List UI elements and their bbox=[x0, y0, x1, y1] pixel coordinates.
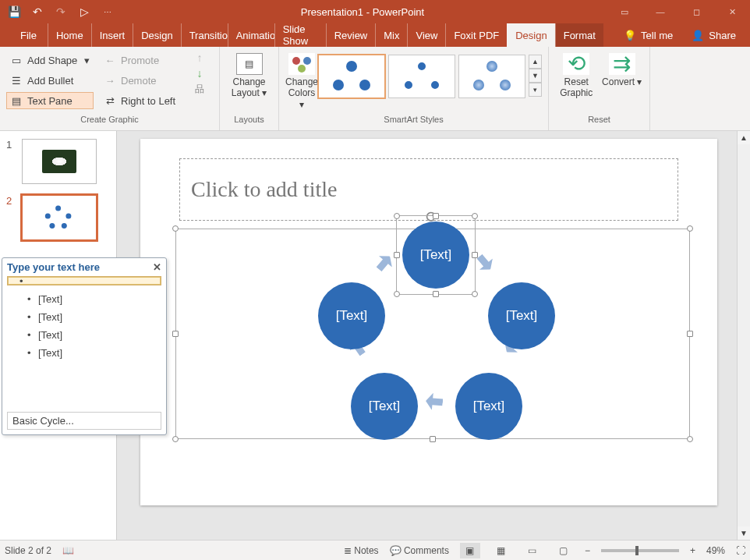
qat-customize[interactable]: ⋯ bbox=[97, 2, 119, 21]
group-label: Layouts bbox=[220, 115, 278, 130]
share-icon: 👤 bbox=[692, 30, 704, 41]
promote-button[interactable]: ←Promote bbox=[100, 51, 187, 69]
qat-undo[interactable]: ↶ bbox=[27, 2, 48, 21]
spellcheck-icon[interactable]: 📖 bbox=[62, 545, 74, 556]
zoom-slider[interactable] bbox=[601, 549, 679, 552]
tab-slideshow[interactable]: Slide Show bbox=[274, 23, 326, 47]
view-normal[interactable]: ▣ bbox=[460, 543, 480, 558]
tab-view[interactable]: View bbox=[407, 23, 445, 47]
cycle-arrow bbox=[373, 251, 397, 275]
layout-icon: ▤ bbox=[236, 53, 263, 75]
group-label: Create Graphic bbox=[0, 115, 219, 130]
tab-design[interactable]: Design bbox=[133, 23, 180, 47]
add-shape-button[interactable]: ▭Add Shape▾ bbox=[6, 51, 94, 69]
slide-number: 1 bbox=[6, 139, 16, 151]
move-down-button[interactable]: ↓ bbox=[197, 67, 203, 80]
cycle-node-4[interactable]: [Text] bbox=[351, 373, 418, 440]
text-pane-item[interactable]: [Text] bbox=[7, 344, 161, 362]
reset-icon: ⟲ bbox=[563, 53, 589, 75]
comments-button[interactable]: 💬 Comments bbox=[390, 545, 449, 556]
text-pane-item[interactable] bbox=[8, 277, 161, 285]
window-controls: ▭ — ◻ ✕ bbox=[607, 0, 750, 23]
tab-animations[interactable]: Animations bbox=[228, 23, 274, 47]
svg-point-0 bbox=[292, 57, 300, 65]
text-pane-item[interactable]: [Text] bbox=[7, 290, 161, 308]
promote-icon: ← bbox=[104, 54, 116, 66]
tab-home[interactable]: Home bbox=[48, 23, 91, 47]
style-thumb-2[interactable] bbox=[388, 55, 455, 98]
right-to-left-button[interactable]: ⇄Right to Left bbox=[100, 92, 187, 109]
tab-smartart-format[interactable]: Format bbox=[555, 23, 603, 47]
cycle-node-5[interactable]: [Text] bbox=[318, 282, 385, 349]
scroll-up[interactable]: ▲ bbox=[738, 131, 750, 144]
maximize-button[interactable]: ◻ bbox=[678, 0, 714, 23]
qat-redo[interactable]: ↷ bbox=[50, 2, 72, 21]
zoom-out[interactable]: − bbox=[585, 545, 590, 556]
colors-icon bbox=[288, 53, 315, 75]
gallery-more[interactable]: ▾ bbox=[529, 83, 542, 97]
smartart-text-pane[interactable]: Type your text here ✕ [Text] [Text] [Tex… bbox=[2, 257, 167, 435]
ribbon-options-icon[interactable]: ▭ bbox=[607, 0, 642, 23]
share-button[interactable]: 👤Share bbox=[684, 24, 744, 46]
smartart-graphic[interactable]: ⟳ [Text] [Text] [Text] [Text] [Text bbox=[175, 229, 690, 439]
tab-insert[interactable]: Insert bbox=[91, 23, 133, 47]
text-pane-item[interactable]: [Text] bbox=[7, 308, 161, 326]
window-title: Presentation1 - PowerPoint bbox=[119, 6, 607, 18]
reset-graphic-button[interactable]: ⟲ Reset Graphic bbox=[555, 51, 598, 115]
change-layout-button[interactable]: ▤ Change Layout ▾ bbox=[226, 51, 272, 115]
tab-mix[interactable]: Mix bbox=[375, 23, 407, 47]
tab-transitions[interactable]: Transitions bbox=[181, 23, 228, 47]
tell-me[interactable]: 💡Tell me bbox=[616, 24, 681, 46]
tab-smartart-design[interactable]: Design bbox=[507, 23, 554, 47]
group-layouts: ▤ Change Layout ▾ Layouts bbox=[220, 47, 279, 130]
demote-button[interactable]: →Demote bbox=[100, 72, 187, 89]
vertical-scrollbar[interactable]: ▲ ▼ bbox=[737, 131, 750, 540]
node-selection bbox=[396, 215, 476, 295]
change-colors-button[interactable]: Change Colors ▾ bbox=[285, 51, 318, 115]
view-reading[interactable]: ▭ bbox=[522, 543, 543, 558]
text-pane-toggle[interactable]: ▤Text Pane bbox=[6, 92, 94, 109]
demote-icon: → bbox=[104, 74, 116, 87]
thumbnail-slide-1[interactable]: 1 bbox=[6, 139, 110, 184]
text-pane-type[interactable]: Basic Cycle... bbox=[7, 412, 161, 430]
tab-foxit-pdf[interactable]: Foxit PDF bbox=[445, 23, 507, 47]
text-pane-icon: ▤ bbox=[10, 94, 23, 107]
cycle-arrow bbox=[425, 392, 444, 411]
fit-to-window[interactable]: ⛶ bbox=[736, 545, 745, 556]
gallery-scroll-down[interactable]: ▼ bbox=[529, 69, 542, 83]
thumbnail-slide-2[interactable]: 2 bbox=[6, 195, 110, 240]
group-label: Reset bbox=[549, 115, 649, 130]
move-up-button[interactable]: ↑ bbox=[197, 51, 203, 64]
convert-button[interactable]: ⇉ Convert ▾ bbox=[601, 51, 644, 115]
style-thumb-1[interactable] bbox=[318, 55, 385, 98]
tab-file[interactable]: File bbox=[9, 23, 48, 47]
text-pane-close[interactable]: ✕ bbox=[153, 261, 161, 273]
ribbon: ▭Add Shape▾ ☰Add Bullet ▤Text Pane ←Prom… bbox=[0, 47, 750, 131]
slide-counter: Slide 2 of 2 bbox=[5, 545, 51, 556]
view-sorter[interactable]: ▦ bbox=[491, 543, 511, 558]
layout-direction-button[interactable]: 品 bbox=[195, 83, 204, 96]
group-label: SmartArt Styles bbox=[279, 115, 548, 130]
gallery-scroll-up[interactable]: ▲ bbox=[529, 55, 542, 69]
cycle-node-2[interactable]: [Text] bbox=[488, 282, 555, 349]
zoom-level[interactable]: 49% bbox=[706, 545, 725, 556]
text-pane-item[interactable]: [Text] bbox=[7, 326, 161, 344]
ribbon-tabs: File Home Insert Design Transitions Anim… bbox=[0, 23, 750, 47]
view-slideshow[interactable]: ▢ bbox=[554, 543, 574, 558]
rtl-icon: ⇄ bbox=[104, 94, 116, 107]
add-shape-icon: ▭ bbox=[10, 54, 23, 66]
notes-button[interactable]: ≣ Notes bbox=[344, 545, 379, 556]
zoom-in[interactable]: + bbox=[690, 545, 695, 556]
group-create-graphic: ▭Add Shape▾ ☰Add Bullet ▤Text Pane ←Prom… bbox=[0, 47, 220, 130]
qat-start-slideshow[interactable]: ▷ bbox=[73, 2, 95, 21]
tab-review[interactable]: Review bbox=[326, 23, 376, 47]
add-bullet-button[interactable]: ☰Add Bullet bbox=[6, 72, 94, 89]
qat-save[interactable]: 💾 bbox=[3, 2, 25, 21]
style-thumb-3[interactable] bbox=[458, 55, 525, 98]
minimize-button[interactable]: — bbox=[642, 0, 678, 23]
cycle-node-3[interactable]: [Text] bbox=[455, 373, 522, 440]
slide[interactable]: ❯ Click to add title ⟳ [ bbox=[140, 139, 717, 505]
add-bullet-icon: ☰ bbox=[10, 74, 23, 87]
scroll-down[interactable]: ▼ bbox=[738, 526, 750, 540]
close-button[interactable]: ✕ bbox=[714, 0, 750, 23]
